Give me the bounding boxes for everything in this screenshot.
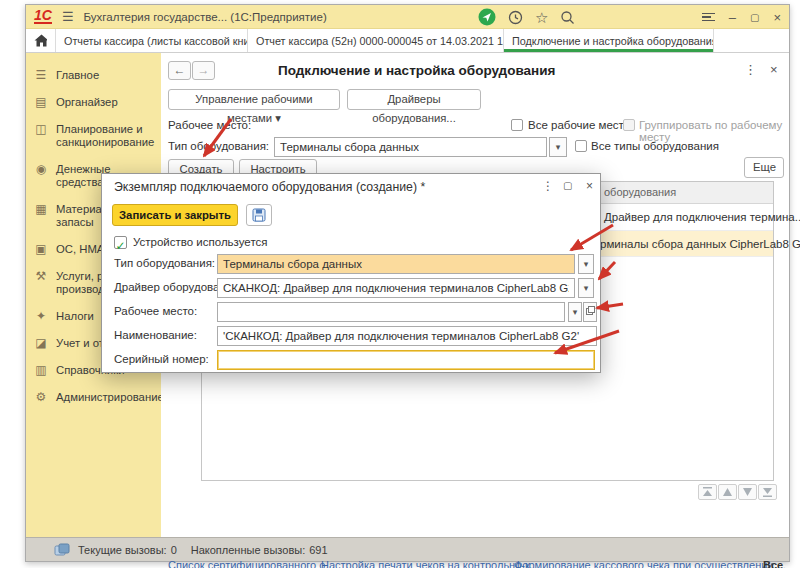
maximize-button[interactable]: ▢ [750, 11, 759, 24]
sidebar-item-organizer[interactable]: ▤Органайзер [26, 89, 161, 116]
workplace-field-dropdown-icon[interactable]: ▾ [568, 302, 582, 322]
back-button[interactable]: ← [168, 61, 191, 80]
move-bottom-button[interactable] [758, 484, 777, 500]
move-up-button[interactable] [718, 484, 737, 500]
accumulated-calls-label: Накопленные вызовы: [191, 544, 305, 556]
organizer-icon: ▤ [34, 96, 48, 109]
all-workplaces-checkbox[interactable] [511, 119, 523, 131]
driver-field[interactable] [217, 278, 575, 298]
serial-number-field-label: Серийный номер: [114, 353, 209, 365]
serial-number-field[interactable] [217, 350, 595, 370]
check-icon: ✓ [115, 239, 125, 253]
driver-field-dropdown-icon[interactable]: ▾ [578, 278, 594, 298]
save-and-close-button[interactable]: Записать и закрыть [112, 204, 238, 226]
dialog-title: Экземпляр подключаемого оборудования (со… [114, 180, 425, 194]
equipment-drivers-button[interactable]: Драйверы оборудования... [347, 89, 481, 110]
main-icon: ☰ [34, 69, 48, 82]
calls-icon [54, 543, 70, 557]
panel-kebab-icon[interactable]: ⋮ [744, 63, 757, 76]
home-icon [34, 34, 47, 47]
cash-icon: ◉ [34, 163, 48, 189]
administration-icon: ⚙ [34, 391, 48, 404]
equipment-type-combo[interactable]: Терминалы сбора данных [274, 137, 547, 157]
statusbar: Текущие вызовы: 0 Накопленные вызовы: 69… [26, 537, 789, 561]
current-calls-label: Текущие вызовы: [78, 544, 167, 556]
group-by-workplace-checkbox [623, 119, 635, 131]
active-tab-underline [504, 49, 713, 52]
history-icon[interactable] [508, 10, 523, 25]
app-title: Бухгалтерия государстве... (1С:Предприят… [84, 11, 327, 23]
1c-logo-icon: 1С [34, 9, 52, 24]
close-window-button[interactable]: × [773, 11, 781, 24]
move-down-button[interactable] [738, 484, 757, 500]
name-field[interactable] [217, 326, 597, 346]
service-menu-icon[interactable] [702, 11, 715, 24]
equipment-type-label: Тип оборудования: [168, 140, 269, 152]
sidebar-item-main[interactable]: ☰Главное [26, 62, 161, 89]
current-calls-value: 0 [171, 544, 177, 556]
more-button[interactable]: Еще ▾ [744, 157, 784, 178]
workplace-label: Рабочее место: [168, 119, 251, 131]
tab-cashier-report-52n[interactable]: Отчет кассира (52н) 0000-000045 от 14.03… [248, 29, 504, 52]
floppy-icon [252, 208, 266, 222]
all-types-checkbox[interactable] [575, 140, 587, 152]
discussions-icon[interactable] [478, 8, 496, 26]
dialog-kebab-icon[interactable]: ⋮ [542, 179, 554, 193]
accounting-icon: ◪ [34, 337, 48, 350]
workplace-field-label: Рабочее место: [114, 305, 197, 317]
workplace-field-open-icon[interactable] [583, 302, 597, 322]
chevron-down-icon: ▾ [275, 112, 281, 124]
equipment-instance-dialog: Экземпляр подключаемого оборудования (со… [101, 173, 601, 373]
all-types-label: Все типы оборудования [591, 140, 719, 152]
favorites-icon[interactable]: ☆ [535, 11, 548, 24]
panel-close-icon[interactable]: × [770, 63, 778, 76]
app-window: 1С ☰ Бухгалтерия государстве... (1С:Пред… [25, 4, 790, 562]
planning-icon: ◫ [34, 123, 48, 149]
tab-label: Отчеты кассира (листы кассовой книги) [64, 35, 248, 47]
app-title-text: Бухгалтерия государстве... [84, 11, 228, 23]
workplace-field[interactable] [217, 302, 565, 322]
catalogs-icon: ▥ [34, 364, 48, 377]
app-platform-text: (1С:Предприятие) [230, 11, 326, 23]
device-used-label: Устройство используется [133, 236, 268, 248]
equipment-type-field[interactable] [217, 254, 575, 274]
tab-label: Подключение и настройка оборудования [512, 35, 714, 47]
driver-column-header: оборудования [604, 186, 676, 198]
fixed-assets-icon: ▣ [34, 243, 48, 256]
titlebar: 1С ☰ Бухгалтерия государстве... (1С:Пред… [26, 5, 789, 29]
tab-equipment-setup[interactable]: Подключение и настройка оборудования × [504, 29, 714, 52]
sidebar-item-planning[interactable]: ◫Планирование и санкционирование [26, 116, 161, 156]
tab-cashier-reports[interactable]: Отчеты кассира (листы кассовой книги) × [56, 29, 248, 52]
tabbar: Отчеты кассира (листы кассовой книги) × … [26, 29, 789, 53]
save-button[interactable] [246, 204, 272, 226]
search-icon[interactable] [560, 10, 575, 25]
services-icon: ⚒ [34, 270, 48, 296]
manage-workplaces-button[interactable]: Управление рабочими местами ▾ [168, 89, 340, 110]
tab-home[interactable] [26, 29, 56, 52]
more-label: Еще [753, 161, 776, 173]
dialog-close-icon[interactable]: × [586, 179, 593, 193]
taxes-icon: ✦ [34, 310, 48, 323]
forward-button[interactable]: → [192, 61, 215, 80]
device-used-checkbox[interactable]: ✓ [114, 236, 127, 249]
equipment-drivers-label: Драйверы оборудования... [372, 93, 456, 124]
equipment-type-field-label: Тип оборудования: [114, 257, 215, 269]
move-top-button[interactable] [698, 484, 717, 500]
materials-icon: ▦ [34, 203, 48, 229]
equipment-type-dropdown-icon[interactable]: ▾ [549, 137, 567, 157]
accumulated-calls-value: 691 [309, 544, 327, 556]
name-field-label: Наименование: [114, 329, 197, 341]
minimize-button[interactable]: – [729, 11, 736, 24]
page-title: Подключение и настройка оборудования [278, 63, 555, 78]
equipment-type-field-dropdown-icon[interactable]: ▾ [578, 254, 594, 274]
window-controls: – ▢ × [702, 5, 781, 29]
tab-label: Отчет кассира (52н) 0000-000045 от 14.03… [256, 35, 504, 47]
main-menu-icon[interactable]: ☰ [62, 9, 74, 24]
sidebar-item-administration[interactable]: ⚙Администрирование [26, 384, 161, 411]
all-workplaces-label: Все рабочие места [528, 119, 630, 131]
dialog-maximize-icon[interactable]: ▢ [563, 180, 572, 191]
titlebar-tools: ☆ [478, 5, 575, 29]
